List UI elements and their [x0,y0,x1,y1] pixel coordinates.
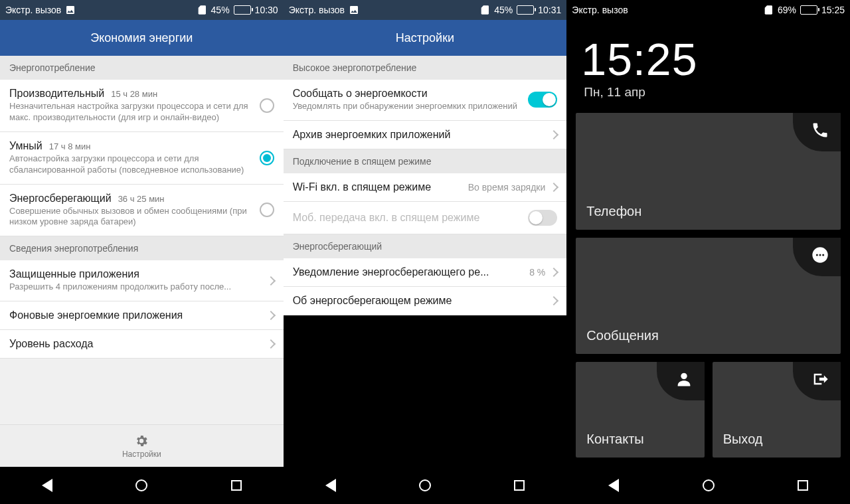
row-notify-intensive[interactable]: Сообщать о энергоемкости Уведомлять при … [284,80,567,121]
radio-unselected[interactable] [260,98,274,113]
tile-icon-corner [793,238,841,276]
battery-icon [234,5,251,15]
lock-clock: 15:25 [566,20,850,85]
row-usage-level[interactable]: Уровень расхода [0,330,284,359]
mode-desc: Незначительная настройка загрузки процес… [9,101,260,124]
mode-title: Энергосберегающий [9,193,112,205]
status-bar: Экстр. вызов 45% 10:30 [0,0,284,20]
clock-label: 10:30 [255,5,278,15]
row-value: Во время зарядки [468,182,546,193]
mode-desc: Совершение обычных вызовов и обмен сообщ… [9,206,260,228]
tile-label: Телефон [586,204,830,219]
row-background-apps[interactable]: Фоновые энергоемкие приложения [0,301,284,330]
tile-exit[interactable]: Выход [713,362,841,458]
toggle-off-disabled [528,210,557,226]
chevron-right-icon [549,130,558,139]
row-protected-apps[interactable]: Защищенные приложения Разрешить 4 прилож… [0,260,284,301]
picture-icon [65,5,76,15]
nav-bar [0,467,284,504]
chevron-right-icon [549,296,558,305]
tile-phone[interactable]: Телефон [576,113,841,230]
chevron-right-icon [266,276,276,286]
mode-desc: Автонастройка загрузки процессора и сети… [9,153,260,176]
chevron-right-icon [549,183,558,192]
mode-smart[interactable]: Умный17 ч 8 мин Автонастройка загрузки п… [0,132,284,185]
row-mobile-data-sleep: Моб. передача вкл. в спящем режиме [284,202,567,234]
radio-unselected[interactable] [260,203,274,217]
tile-icon-corner [793,113,841,151]
gear-icon [134,434,149,448]
mode-power-saving[interactable]: Энергосберегающий36 ч 25 мин Совершение … [0,185,284,237]
tile-contacts[interactable]: Контакты [576,362,704,458]
nav-bar [284,467,567,504]
status-bar: Экстр. вызов 69% 15:25 [566,0,850,20]
nav-home-button[interactable] [409,469,441,501]
row-about-saver[interactable]: Об энергосберегающем режиме [284,287,567,315]
svg-point-4 [681,373,687,379]
row-title: Сообщать о энергоемкости [293,88,529,100]
nav-recent-button[interactable] [787,469,819,501]
row-desc: Уведомлять при обнаружении энергоемких п… [293,101,529,112]
phone-2-settings: Экстр. вызов 45% 10:31 Настройки Высокое… [284,0,567,504]
carrier-label: Экстр. вызов [572,5,628,15]
tile-grid: Телефон Сообщения Контакты Выход [566,113,850,458]
section-details: Сведения энергопотребления [0,236,284,260]
row-title: Уведомление энергосберегающего ре... [293,266,530,278]
bottom-settings-label: Настройки [122,450,161,459]
radio-selected[interactable] [260,151,274,165]
clock-label: 10:31 [538,5,561,15]
bottom-settings-button[interactable]: Настройки [0,424,284,467]
battery-percent: 45% [211,5,230,15]
chevron-right-icon [266,339,276,349]
row-value: 8 % [529,267,545,278]
nav-bar [566,467,850,504]
battery-icon [517,5,534,15]
row-intensive-archive[interactable]: Архив энергоемких приложений [284,121,567,149]
carrier-label: Экстр. вызов [5,5,61,15]
phone-1-power-saving: Экстр. вызов 45% 10:30 Экономия энергии … [0,0,284,504]
carrier-label: Экстр. вызов [289,5,345,15]
nav-back-button[interactable] [31,469,63,501]
row-wifi-sleep[interactable]: Wi-Fi вкл. в спящем режиме Во время заря… [284,173,567,202]
phone-icon [811,121,829,139]
picture-icon [349,5,359,15]
nav-home-button[interactable] [126,469,157,501]
nav-back-button[interactable] [598,469,630,501]
mode-performance[interactable]: Производительный15 ч 28 мин Незначительн… [0,80,284,132]
row-title: Архив энергоемких приложений [293,129,551,141]
sim-icon [197,5,207,15]
row-title: Уровень расхода [9,338,268,350]
svg-point-1 [816,254,818,256]
row-desc: Разрешить 4 приложениям продолжить работ… [9,282,268,293]
chevron-right-icon [549,268,558,277]
tile-label: Сообщения [586,328,830,343]
mode-title: Умный [9,140,42,152]
svg-point-3 [822,254,824,256]
tile-messages[interactable]: Сообщения [576,238,841,355]
phone-3-lockscreen: Экстр. вызов 69% 15:25 15:25 Пн, 11 апр … [566,0,850,504]
mode-time: 15 ч 28 мин [111,89,157,99]
tile-label: Выход [723,432,830,447]
battery-percent: 45% [494,5,513,15]
nav-recent-button[interactable] [220,469,252,501]
row-title: Wi-Fi вкл. в спящем режиме [293,181,468,193]
section-power-saver: Энергосберегающий [284,234,567,258]
tile-label: Контакты [586,432,693,447]
battery-icon [800,5,817,15]
row-title: Фоновые энергоемкие приложения [9,309,268,321]
nav-recent-button[interactable] [503,469,535,501]
mode-title: Производительный [9,88,104,100]
row-saver-notification[interactable]: Уведомление энергосберегающего ре... 8 % [284,258,567,287]
section-sleep-connection: Подключение в спящем режиме [284,149,567,173]
sim-icon [479,5,490,15]
battery-percent: 69% [778,5,796,15]
page-title: Настройки [284,20,567,56]
row-title: Моб. передача вкл. в спящем режиме [293,212,529,224]
nav-back-button[interactable] [315,469,347,501]
person-icon [675,370,693,388]
exit-icon [811,370,829,388]
toggle-on[interactable] [528,92,557,108]
nav-home-button[interactable] [693,469,724,501]
tile-icon-corner [657,362,705,400]
page-title: Экономия энергии [0,20,284,56]
